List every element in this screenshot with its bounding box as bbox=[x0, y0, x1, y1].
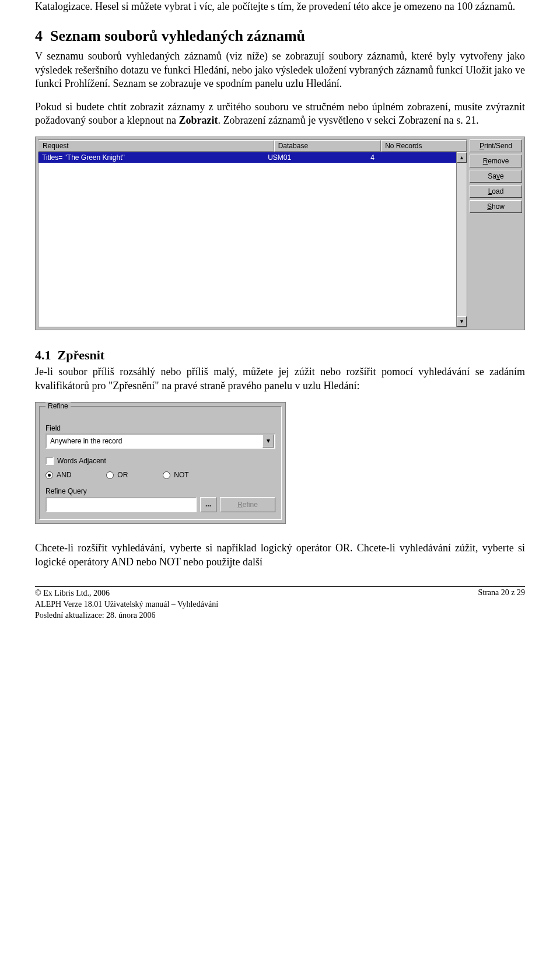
subsection-4-1-para: Je-li soubor příliš rozsáhlý nebo příliš… bbox=[35, 365, 525, 393]
words-adjacent-row[interactable]: Words Adjacent bbox=[46, 457, 275, 465]
section-4-heading: 4 Seznam souborů vyhledaných záznamů bbox=[35, 27, 525, 45]
scroll-down-icon[interactable]: ▾ bbox=[457, 316, 467, 327]
results-row-selected[interactable]: Titles= "The Green Knight" USM01 4 bbox=[38, 152, 456, 163]
dropdown-arrow-icon[interactable]: ▼ bbox=[262, 435, 274, 447]
radio-and[interactable]: AND bbox=[46, 471, 71, 479]
print-send-rest: rint/Send bbox=[484, 142, 512, 150]
cell-no-records: 4 bbox=[370, 153, 453, 162]
results-list-body[interactable]: Titles= "The Green Knight" USM01 4 ▴ ▾ bbox=[38, 152, 467, 327]
scroll-track[interactable] bbox=[457, 163, 467, 316]
boolean-operator-row: AND OR NOT bbox=[46, 471, 275, 479]
results-header-row: Request Database No Records bbox=[38, 139, 467, 152]
radio-not-circle[interactable] bbox=[163, 471, 170, 479]
footer-version: ALEPH Verze 18.01 Uživatelský manuál – V… bbox=[35, 599, 218, 610]
radio-and-circle[interactable] bbox=[46, 471, 53, 479]
refine-legend: Refine bbox=[46, 402, 71, 410]
header-database[interactable]: Database bbox=[274, 140, 382, 152]
scroll-up-icon[interactable]: ▴ bbox=[457, 152, 467, 163]
radio-or-label: OR bbox=[117, 471, 128, 479]
refine-query-input[interactable] bbox=[46, 497, 197, 512]
intro-paragraph: Katalogizace. Hesel si můžete vybrat i v… bbox=[35, 0, 525, 13]
footer-page-number: Strana 20 z 29 bbox=[478, 588, 525, 621]
para-after-refine: Chcete-li rozšířit vyhledávání, vyberte … bbox=[35, 541, 525, 569]
print-send-button[interactable]: Print/Send bbox=[470, 139, 522, 152]
page-footer: © Ex Libris Ltd., 2006 ALEPH Verze 18.01… bbox=[35, 588, 525, 621]
footer-copyright: © Ex Libris Ltd., 2006 bbox=[35, 588, 218, 599]
save-button[interactable]: Save bbox=[470, 170, 522, 183]
words-adjacent-label: Words Adjacent bbox=[57, 457, 106, 465]
subsection-4-1-number: 4.1 bbox=[35, 348, 51, 362]
field-label: Field bbox=[46, 424, 275, 432]
field-select-value: Anywhere in the record bbox=[47, 437, 262, 445]
subsection-4-1-title: Zpřesnit bbox=[58, 348, 105, 362]
show-button[interactable]: Show bbox=[470, 200, 522, 213]
radio-not[interactable]: NOT bbox=[163, 471, 188, 479]
radio-or[interactable]: OR bbox=[106, 471, 128, 479]
load-rest: oad bbox=[492, 187, 503, 195]
radio-and-label: AND bbox=[57, 471, 71, 479]
load-button[interactable]: Load bbox=[470, 185, 522, 198]
refine-button[interactable]: Refine bbox=[220, 497, 275, 512]
results-button-column: Print/Send Remove Save Load Show bbox=[470, 139, 522, 327]
section-4-title: Seznam souborů vyhledaných záznamů bbox=[50, 27, 305, 44]
field-select[interactable]: Anywhere in the record ▼ bbox=[46, 433, 275, 449]
cell-database: USM01 bbox=[268, 153, 370, 162]
footer-rule bbox=[35, 586, 525, 587]
radio-or-circle[interactable] bbox=[106, 471, 114, 479]
s4p2-c: . Zobrazení záznamů je vysvětleno v sekc… bbox=[218, 114, 478, 126]
results-panel: Request Database No Records Titles= "The… bbox=[35, 137, 525, 330]
refine-groupbox: Refine Field Anywhere in the record ▼ Wo… bbox=[39, 406, 282, 520]
save-rest: e bbox=[500, 172, 504, 180]
radio-not-label: NOT bbox=[174, 471, 188, 479]
browse-button[interactable]: ... bbox=[200, 497, 216, 512]
results-list-area: Request Database No Records Titles= "The… bbox=[38, 139, 467, 327]
cell-request: Titles= "The Green Knight" bbox=[42, 153, 268, 162]
remove-rest: emove bbox=[488, 157, 509, 165]
vertical-scrollbar[interactable]: ▴ ▾ bbox=[456, 152, 467, 327]
section-4-para-2: Pokud si budete chtít zobrazit záznamy z… bbox=[35, 100, 525, 128]
refine-panel: Refine Field Anywhere in the record ▼ Wo… bbox=[35, 402, 286, 524]
header-request[interactable]: Request bbox=[38, 140, 274, 152]
words-adjacent-checkbox[interactable] bbox=[46, 457, 54, 465]
remove-button[interactable]: Remove bbox=[470, 155, 522, 167]
section-4-para-1: V seznamu souborů vyhledaných záznamů (v… bbox=[35, 50, 525, 90]
s4p2-bold: Zobrazit bbox=[178, 114, 218, 126]
show-rest: how bbox=[492, 202, 505, 211]
refine-query-label: Refine Query bbox=[46, 487, 275, 495]
subsection-4-1-heading: 4.1 Zpřesnit bbox=[35, 348, 525, 363]
header-no-records[interactable]: No Records bbox=[381, 140, 467, 152]
footer-updated: Poslední aktualizace: 28. února 2006 bbox=[35, 610, 218, 621]
section-4-number: 4 bbox=[35, 27, 43, 44]
